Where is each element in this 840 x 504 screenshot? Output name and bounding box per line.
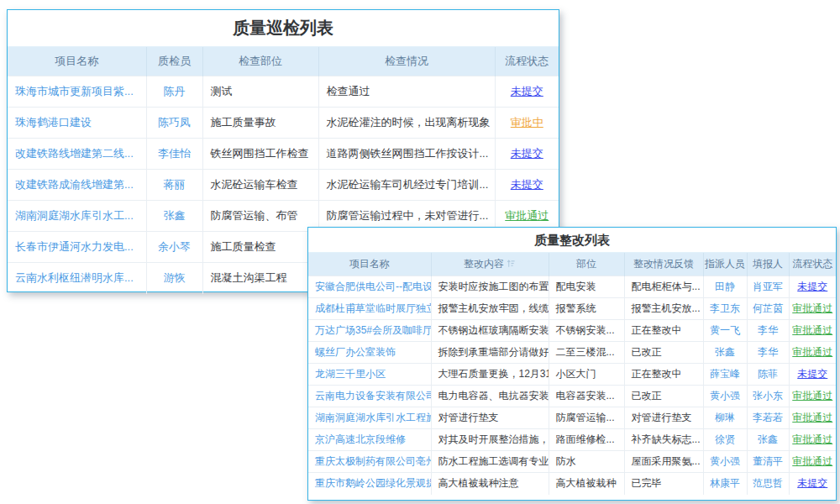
project-link[interactable]: 云南电力设备安装有限公司20... [315,390,431,402]
table-row: 珠海市城市更新项目紫... 陈丹 测试 检查通过 未提交 [8,76,559,108]
feedback-cell: 对管进行垫支 [624,407,703,429]
inspector-link[interactable]: 游恢 [164,271,186,284]
part-cell: 防腐管运输... [549,407,624,429]
assignee-link[interactable]: 徐贤 [715,433,735,445]
project-link[interactable]: 重庆太极制药有限公司亳州中... [315,455,431,467]
reporter-link[interactable]: 李若若 [753,412,783,423]
assignee-link[interactable]: 柳琳 [715,412,735,423]
status-link[interactable]: 审批通过 [792,346,832,358]
inspector-link[interactable]: 李佳怡 [158,147,191,160]
part-cell: 水泥砼运输车检查 [202,170,318,201]
sort-icon[interactable] [507,259,516,270]
reporter-link[interactable]: 李华 [758,324,778,336]
feedback-cell: 补齐缺失标志... [624,429,703,451]
content-cell: 安装时应按施工图的布置，将... [431,276,549,298]
reporter-link[interactable]: 何芷茵 [753,302,783,314]
assignee-link[interactable]: 黄小强 [710,390,740,402]
part-cell: 报警系统 [549,298,624,320]
assignee-link[interactable]: 张鑫 [715,346,735,358]
table-row: 湖南洞庭湖水库引水工程施工1标 对管进行垫支 防腐管运输... 对管进行垫支 柳… [308,407,836,429]
inspector-link[interactable]: 张鑫 [164,209,186,222]
feedback-cell: 已完毕 [624,473,703,495]
inspector-link[interactable]: 陈丹 [164,85,186,97]
assignee-link[interactable]: 田静 [715,281,735,292]
assignee-link[interactable]: 林康平 [710,477,740,489]
feedback-cell: 正在整改中 [624,320,703,342]
reporter-link[interactable]: 范思哲 [753,477,783,489]
table-row: 螺丝厂办公室装饰 拆除到承重墙部分请做好加固... 二至三楼混... 已改正 张… [308,342,836,364]
project-link[interactable]: 长春市伊通河水力发电... [15,240,134,253]
table-row: 珠海鹤港口建设 陈巧凤 施工质量事故 水泥砼灌注的时候，出现离析现象 审批中 [8,108,559,139]
inspector-link[interactable]: 余小琴 [158,240,191,253]
reporter-link[interactable]: 李华 [758,346,778,358]
content-cell: 高大植被栽种注意 [431,473,549,495]
assignee-link[interactable]: 黄一飞 [710,324,740,336]
inspector-link[interactable]: 陈巧凤 [158,116,191,129]
status-link[interactable]: 审批通过 [792,455,832,467]
reporter-link[interactable]: 肖亚军 [753,281,783,292]
reporter-link[interactable]: 张小东 [753,390,783,402]
content-cell: 对管进行垫支 [431,407,549,429]
status-link[interactable]: 审批通过 [792,324,832,336]
content-cell: 对其及时开展整治措施，桥头... [431,429,549,451]
project-link[interactable]: 龙湖三千里小区 [315,368,386,380]
project-link[interactable]: 珠海市城市更新项目紫... [15,85,134,97]
project-link[interactable]: 京沪高速北京段维修 [315,433,406,445]
feedback-cell: 已改正 [624,342,703,364]
status-link[interactable]: 未提交 [511,147,543,160]
status-link[interactable]: 审批中 [511,116,543,129]
part-cell: 铁丝网围挡工作检查 [202,139,318,170]
project-link[interactable]: 改建铁路成渝线增建第... [15,178,134,191]
reporter-link[interactable]: 陈菲 [758,368,778,380]
status-link[interactable]: 审批通过 [792,433,832,445]
status-link[interactable]: 未提交 [511,178,543,191]
status-link[interactable]: 未提交 [797,281,827,292]
part-cell: 混凝土沟渠工程 [202,263,318,294]
feedback-cell: 报警主机安放... [624,298,703,320]
status-link[interactable]: 未提交 [797,477,827,489]
table-row: 龙湖三千里小区 大理石质量更换，12月31日之... 小区大门 正在整改中 薛宝… [308,364,836,386]
table-row: 云南电力设备安装有限公司20... 电力电容器、电抗器安装方案... 电容器安装… [308,386,836,407]
inspection-header-row: 项目名称 质检员 检查部位 检查情况 流程状态 [8,47,559,76]
project-link[interactable]: 湖南洞庭湖水库引水工... [15,209,134,222]
reporter-link[interactable]: 董清平 [753,455,783,467]
column-header-status: 流程状态 [495,47,559,76]
project-link[interactable]: 万达广场35#会所及咖啡厅空... [315,324,431,336]
rectification-list-title: 质量整改列表 [308,228,836,253]
status-link[interactable]: 审批通过 [792,302,832,314]
inspector-link[interactable]: 蒋丽 [164,178,186,191]
content-cell: 拆除到承重墙部分请做好加固... [431,342,549,364]
table-row: 改建铁路成渝线增建第... 蒋丽 水泥砼运输车检查 水泥砼运输车司机经过专门培训… [8,170,559,201]
reporter-link[interactable]: 张鑫 [758,433,778,445]
content-cell: 大理石质量更换，12月31日之... [431,364,549,386]
table-row: 万达广场35#会所及咖啡厅空... 不锈钢边框玻璃隔断安装不牢... 不锈钢安装… [308,320,836,342]
part-cell: 二至三楼混... [549,342,624,364]
inspection-list-title: 质量巡检列表 [8,10,559,47]
project-link[interactable]: 改建铁路线增建第二线... [15,147,134,160]
rectification-header-row: 项目名称 整改内容 部位 整改情况反馈 指派人员 填报人 流程状态 [308,253,836,276]
assignee-link[interactable]: 黄小强 [710,455,740,467]
assignee-link[interactable]: 李卫东 [710,302,740,314]
table-row: 京沪高速北京段维修 对其及时开展整治措施，桥头... 路面维修检... 补齐缺失… [308,429,836,451]
project-link[interactable]: 螺丝厂办公室装饰 [315,346,396,358]
situation-cell: 检查通过 [318,76,495,108]
feedback-cell: 配电柜柜体与... [624,276,703,298]
column-header-project: 项目名称 [308,253,431,276]
status-link[interactable]: 未提交 [511,85,543,97]
status-link[interactable]: 审批通过 [792,412,832,423]
situation-cell: 道路两侧铁丝网围挡工作按设计... [318,139,495,170]
column-header-situation: 检查情况 [318,47,495,76]
part-cell: 测试 [202,76,318,108]
table-row: 安徽合肥供电公司--配电设备... 安装时应按施工图的布置，将... 配电安装 … [308,276,836,298]
project-link[interactable]: 云南水利枢纽潜明水库... [15,271,134,284]
status-link[interactable]: 未提交 [797,368,827,380]
status-link[interactable]: 审批通过 [792,390,832,402]
project-link[interactable]: 安徽合肥供电公司--配电设备... [315,281,431,292]
status-link[interactable]: 审批通过 [505,209,549,222]
project-link[interactable]: 珠海鹤港口建设 [15,116,92,129]
project-link[interactable]: 重庆市鹅岭公园绿化景观提升... [315,477,431,489]
rectification-list-panel: 质量整改列表 项目名称 整改内容 部位 整改情况反馈 指派人员 填报人 流程状态… [307,227,837,501]
project-link[interactable]: 湖南洞庭湖水库引水工程施工1标 [315,412,431,423]
project-link[interactable]: 成都杜甫草堂临时展厅独立展... [315,302,431,314]
assignee-link[interactable]: 薛宝峰 [710,368,740,380]
